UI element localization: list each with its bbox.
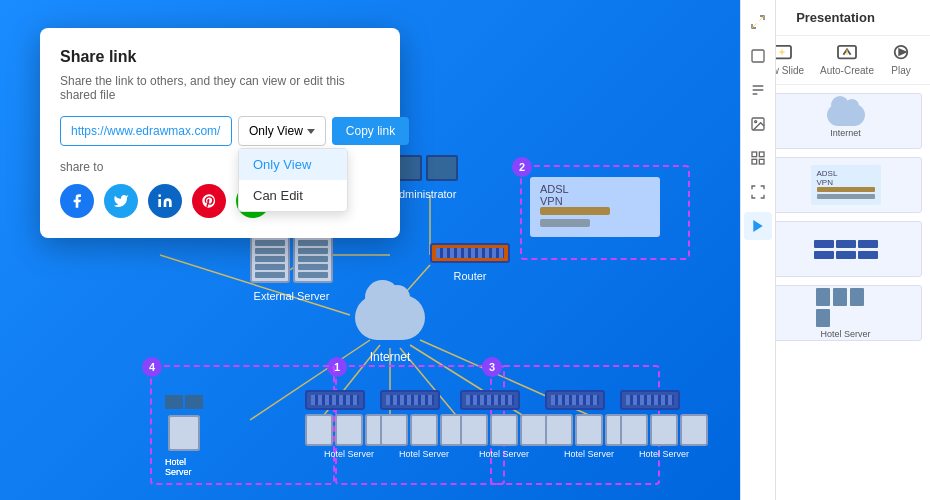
permission-dropdown-btn[interactable]: Only View: [238, 116, 326, 146]
dialog-description: Share the link to others, and they can v…: [60, 74, 380, 102]
presentation-icon-btn[interactable]: [744, 212, 772, 240]
dialog-title: Share link: [60, 48, 380, 66]
social-facebook[interactable]: [60, 184, 94, 218]
svg-marker-28: [899, 49, 905, 54]
box-label-4: 4: [142, 357, 162, 377]
auto-create-label: Auto-Create: [820, 65, 874, 76]
dropdown-option-can-edit[interactable]: Can Edit: [239, 180, 347, 211]
node-label-internet: Internet: [370, 350, 411, 364]
svg-line-13: [752, 23, 757, 28]
svg-rect-18: [759, 152, 764, 157]
play-btn[interactable]: Play: [890, 44, 912, 76]
slide-thumb-1[interactable]: Internet: [769, 93, 922, 149]
svg-rect-20: [752, 159, 757, 164]
node-label-external-server: External Server: [254, 290, 330, 302]
node-internet: Internet: [355, 295, 425, 364]
node-router: Router: [430, 243, 510, 282]
shapes-icon-btn[interactable]: [744, 42, 772, 70]
share-link-row: Only View Only View Can Edit Copy link: [60, 116, 380, 146]
svg-point-16: [755, 121, 757, 123]
chevron-down-icon: [307, 129, 315, 134]
svg-rect-19: [759, 159, 764, 164]
format-icon-btn[interactable]: [744, 76, 772, 104]
svg-marker-21: [753, 220, 762, 232]
share-dialog: Share link Share the link to others, and…: [40, 28, 400, 238]
node-label-router: Router: [453, 270, 486, 282]
box-label-2: 2: [512, 157, 532, 177]
node-external-server: External Server: [250, 235, 333, 302]
box-label-3: 3: [482, 357, 502, 377]
grid-icon-btn[interactable]: [744, 144, 772, 172]
hotel-server-label-2: Hotel Server: [165, 457, 203, 477]
image-icon-btn[interactable]: [744, 110, 772, 138]
svg-line-12: [759, 16, 764, 21]
play-label: Play: [891, 65, 910, 76]
expand-icon-btn[interactable]: [744, 8, 772, 36]
fullscreen-icon-btn[interactable]: [744, 178, 772, 206]
switch-group-2: Hotel Server: [380, 390, 468, 459]
permission-label: Only View: [249, 124, 303, 138]
social-twitter[interactable]: [104, 184, 138, 218]
auto-create-btn[interactable]: Auto-Create: [820, 44, 874, 76]
selection-box-2: 2 ADSL VPN: [520, 165, 690, 260]
copy-link-button[interactable]: Copy link: [332, 117, 409, 145]
node-label-administrator: Administrator: [392, 188, 457, 200]
social-pinterest[interactable]: [192, 184, 226, 218]
switch-group-3: Hotel Server: [460, 390, 548, 459]
left-sidebar: [740, 0, 776, 500]
svg-rect-14: [752, 50, 764, 62]
svg-rect-17: [752, 152, 757, 157]
node-administrator: Administrator: [390, 155, 458, 200]
slide-thumb-2[interactable]: ADSL VPN: [769, 157, 922, 213]
svg-point-11: [158, 194, 161, 197]
permission-dropdown-menu: Only View Can Edit: [238, 148, 348, 212]
slide-thumb-3[interactable]: [769, 221, 922, 277]
share-link-input[interactable]: [60, 116, 232, 146]
switch-group-5: Hotel Server: [620, 390, 708, 459]
slide-thumb-4[interactable]: Hotel Server: [769, 285, 922, 341]
dropdown-option-only-view[interactable]: Only View: [239, 149, 347, 180]
social-linkedin[interactable]: [148, 184, 182, 218]
